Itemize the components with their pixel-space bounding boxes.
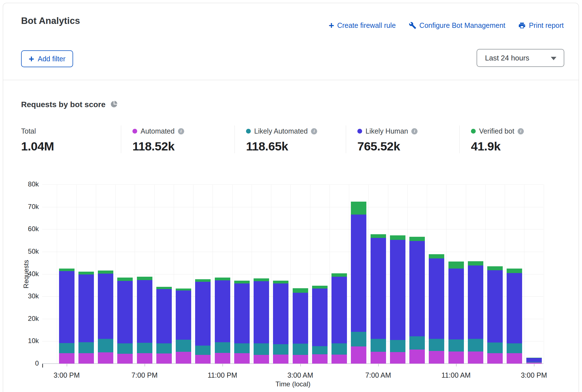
bar-segment-likely-automated[interactable]	[195, 346, 211, 355]
bar-segment-likely-automated[interactable]	[429, 339, 444, 351]
bar-segment-automated[interactable]	[98, 352, 113, 364]
bar-segment-likely-human[interactable]	[312, 289, 328, 346]
bar-segment-likely-human[interactable]	[234, 283, 250, 343]
bar-segment-automated[interactable]	[507, 353, 522, 364]
bar-segment-verified-bot[interactable]	[98, 271, 113, 274]
bar-segment-automated[interactable]	[448, 352, 464, 364]
bar-segment-likely-human[interactable]	[293, 293, 308, 344]
bar-segment-likely-human[interactable]	[487, 270, 503, 343]
bar-segment-likely-human[interactable]	[78, 274, 94, 342]
bar-segment-verified-bot[interactable]	[487, 266, 503, 270]
bar-segment-likely-human[interactable]	[429, 258, 444, 339]
bar-segment-likely-human[interactable]	[371, 238, 386, 339]
bar-segment-automated[interactable]	[117, 354, 133, 364]
bar-segment-likely-human[interactable]	[448, 269, 464, 339]
bar-segment-automated[interactable]	[331, 355, 347, 364]
bar-segment-verified-bot[interactable]	[409, 237, 425, 241]
bar-segment-automated[interactable]	[59, 353, 75, 364]
bar-segment-verified-bot[interactable]	[507, 269, 522, 273]
bar-segment-automated[interactable]	[78, 353, 94, 364]
bar-segment-verified-bot[interactable]	[117, 278, 133, 281]
bar-segment-verified-bot[interactable]	[176, 289, 191, 290]
bar-segment-likely-automated[interactable]	[390, 340, 405, 352]
bar-segment-likely-automated[interactable]	[234, 343, 250, 353]
bar-segment-verified-bot[interactable]	[429, 254, 444, 258]
bar-segment-likely-automated[interactable]	[331, 343, 347, 355]
bar-segment-likely-automated[interactable]	[254, 343, 269, 355]
bar-segment-likely-automated[interactable]	[215, 342, 230, 353]
bar-segment-automated[interactable]	[137, 353, 152, 364]
bar-segment-automated[interactable]	[429, 351, 444, 364]
bar-segment-verified-bot[interactable]	[371, 234, 386, 238]
bar-segment-likely-automated[interactable]	[156, 343, 172, 353]
bar-segment-likely-automated[interactable]	[448, 339, 464, 352]
bar-segment-automated[interactable]	[390, 352, 405, 364]
bar-segment-automated[interactable]	[156, 353, 172, 364]
bar-segment-automated[interactable]	[195, 355, 211, 364]
bar-segment-likely-human[interactable]	[117, 281, 133, 343]
bar-segment-verified-bot[interactable]	[312, 286, 328, 289]
bar-segment-likely-human[interactable]	[254, 281, 269, 343]
bar-segment-verified-bot[interactable]	[215, 278, 230, 280]
bar-segment-likely-human[interactable]	[137, 280, 152, 343]
bar-segment-verified-bot[interactable]	[448, 262, 464, 269]
bar-segment-likely-automated[interactable]	[487, 343, 503, 353]
bar-segment-automated[interactable]	[293, 355, 308, 364]
bar-segment-verified-bot[interactable]	[293, 288, 308, 293]
bar-segment-likely-automated[interactable]	[409, 336, 425, 350]
bar-segment-likely-human[interactable]	[176, 290, 191, 340]
bar-segment-automated[interactable]	[526, 362, 542, 364]
bar-segment-automated[interactable]	[176, 352, 191, 364]
bar-segment-automated[interactable]	[273, 355, 288, 364]
bar-segment-likely-human[interactable]	[59, 271, 75, 343]
bar-segment-likely-automated[interactable]	[507, 343, 522, 353]
bar-segment-automated[interactable]	[371, 352, 386, 364]
bar-segment-automated[interactable]	[487, 353, 503, 364]
bar-segment-automated[interactable]	[409, 350, 425, 364]
bar-segment-likely-automated[interactable]	[78, 342, 94, 353]
bar-segment-likely-human[interactable]	[215, 280, 230, 342]
bar-segment-likely-automated[interactable]	[371, 339, 386, 352]
bar-segment-automated[interactable]	[468, 352, 483, 364]
bar-segment-likely-automated[interactable]	[526, 362, 542, 362]
bar-segment-likely-human[interactable]	[98, 274, 113, 339]
bar-segment-verified-bot[interactable]	[468, 261, 483, 265]
bar-segment-verified-bot[interactable]	[195, 279, 211, 282]
bar-segment-likely-automated[interactable]	[468, 339, 483, 352]
bar-segment-likely-automated[interactable]	[137, 343, 152, 353]
bar-segment-verified-bot[interactable]	[273, 281, 288, 283]
bar-segment-verified-bot[interactable]	[234, 281, 250, 283]
bar-segment-likely-automated[interactable]	[117, 343, 133, 354]
bar-segment-likely-human[interactable]	[351, 215, 366, 332]
bar-segment-likely-human[interactable]	[273, 283, 288, 344]
bar-segment-verified-bot[interactable]	[390, 235, 405, 240]
bar-segment-automated[interactable]	[351, 346, 366, 364]
bar-segment-likely-human[interactable]	[156, 289, 172, 343]
bar-segment-likely-automated[interactable]	[312, 346, 328, 354]
bar-segment-verified-bot[interactable]	[351, 202, 366, 215]
bar-segment-automated[interactable]	[254, 355, 269, 364]
bar-segment-likely-automated[interactable]	[293, 344, 308, 355]
bar-segment-likely-automated[interactable]	[59, 343, 75, 353]
bar-segment-verified-bot[interactable]	[331, 273, 347, 277]
bar-segment-likely-human[interactable]	[331, 277, 347, 343]
bar-segment-likely-human[interactable]	[507, 273, 522, 343]
bar-segment-likely-human[interactable]	[409, 241, 425, 336]
bar-segment-likely-automated[interactable]	[176, 340, 191, 352]
bar-segment-verified-bot[interactable]	[526, 358, 542, 358]
bar-segment-verified-bot[interactable]	[59, 269, 75, 271]
bar-segment-likely-human[interactable]	[526, 358, 542, 362]
bar-segment-verified-bot[interactable]	[137, 277, 152, 280]
bar-segment-verified-bot[interactable]	[254, 278, 269, 281]
bar-segment-likely-human[interactable]	[195, 282, 211, 346]
bar-segment-likely-automated[interactable]	[273, 344, 288, 355]
bar-segment-likely-automated[interactable]	[351, 332, 366, 346]
bar-segment-verified-bot[interactable]	[78, 272, 94, 274]
bar-segment-automated[interactable]	[234, 353, 250, 364]
bar-segment-verified-bot[interactable]	[156, 287, 172, 289]
bar-segment-likely-automated[interactable]	[98, 339, 113, 352]
bar-segment-automated[interactable]	[312, 354, 328, 364]
bar-segment-automated[interactable]	[215, 353, 230, 364]
bar-segment-likely-human[interactable]	[468, 265, 483, 339]
bar-segment-likely-human[interactable]	[390, 240, 405, 340]
